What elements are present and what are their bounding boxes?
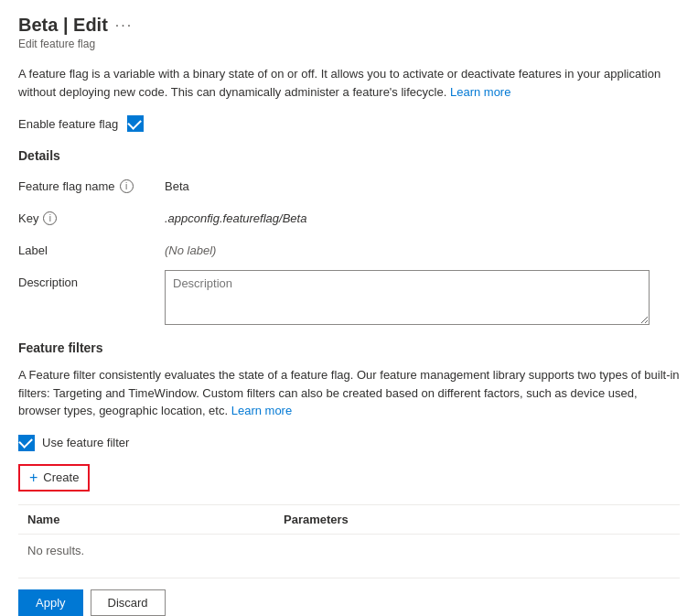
feature-flag-name-info-icon[interactable]: i: [120, 179, 134, 193]
label-label: Label: [18, 238, 165, 257]
page-title: Beta | Edit: [18, 15, 108, 36]
use-filter-checkbox[interactable]: [18, 435, 35, 451]
table-col-name: Name: [18, 504, 274, 534]
label-value: (No label): [165, 238, 680, 257]
filter-learn-more-link[interactable]: Learn more: [231, 404, 292, 417]
key-label: Key i: [18, 206, 165, 225]
enable-label: Enable feature flag: [18, 117, 118, 131]
use-filter-label: Use feature filter: [42, 436, 129, 449]
filters-table: Name Parameters No results.: [18, 504, 680, 567]
no-results-text: No results.: [18, 534, 680, 567]
details-section-header: Details: [18, 148, 680, 163]
description-label: Description: [18, 270, 165, 289]
create-button-label: Create: [43, 470, 79, 484]
key-info-icon[interactable]: i: [43, 211, 57, 225]
apply-button[interactable]: Apply: [18, 589, 83, 616]
enable-checkbox[interactable]: [127, 115, 144, 132]
create-button[interactable]: + Create: [18, 464, 90, 492]
page-subtitle: Edit feature flag: [18, 38, 680, 50]
intro-text: A feature flag is a variable with a bina…: [18, 65, 680, 101]
table-row-no-results: No results.: [18, 534, 680, 567]
feature-flag-name-label: Feature flag name i: [18, 174, 165, 193]
filter-description: A Feature filter consistently evaluates …: [18, 366, 680, 420]
discard-button[interactable]: Discard: [91, 589, 166, 616]
intro-learn-more-link[interactable]: Learn more: [450, 85, 510, 99]
table-col-parameters: Parameters: [274, 504, 607, 534]
feature-filters-section-header: Feature filters: [18, 340, 680, 355]
key-value: .appconfig.featureflag/Beta: [165, 206, 680, 225]
description-input[interactable]: [165, 270, 650, 325]
table-col-actions: [607, 504, 680, 534]
plus-icon: +: [29, 470, 38, 485]
more-options-icon[interactable]: ···: [115, 17, 133, 34]
feature-flag-name-value: Beta: [165, 174, 680, 193]
